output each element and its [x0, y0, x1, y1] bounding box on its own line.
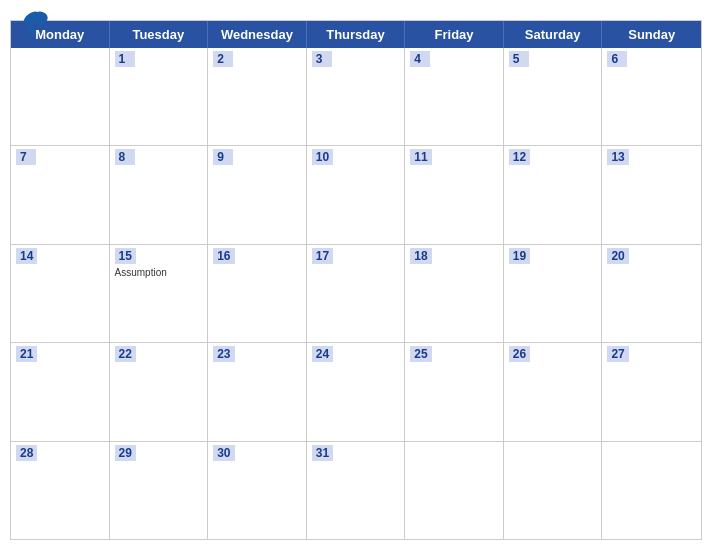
day-cell: 15Assumption	[110, 245, 209, 342]
day-cell: 16	[208, 245, 307, 342]
day-cell: 31	[307, 442, 406, 539]
day-cell: 22	[110, 343, 209, 440]
week-row-1: 123456	[11, 48, 701, 146]
day-number: 8	[115, 149, 135, 165]
day-cell: 11	[405, 146, 504, 243]
day-number: 6	[607, 51, 627, 67]
day-headers-row: MondayTuesdayWednesdayThursdayFridaySatu…	[11, 21, 701, 48]
day-header-friday: Friday	[405, 21, 504, 48]
day-header-saturday: Saturday	[504, 21, 603, 48]
day-cell: 9	[208, 146, 307, 243]
day-cell: 23	[208, 343, 307, 440]
day-number: 4	[410, 51, 430, 67]
day-cell	[11, 48, 110, 145]
day-number: 17	[312, 248, 333, 264]
day-header-tuesday: Tuesday	[110, 21, 209, 48]
week-row-4: 21222324252627	[11, 343, 701, 441]
day-cell: 30	[208, 442, 307, 539]
logo	[16, 8, 60, 40]
day-cell: 2	[208, 48, 307, 145]
day-cell: 12	[504, 146, 603, 243]
day-cell: 29	[110, 442, 209, 539]
calendar-weeks: 123456789101112131415Assumption161718192…	[11, 48, 701, 539]
day-cell	[602, 442, 701, 539]
day-cell: 28	[11, 442, 110, 539]
day-cell: 26	[504, 343, 603, 440]
day-number: 29	[115, 445, 136, 461]
day-cell: 25	[405, 343, 504, 440]
day-cell: 14	[11, 245, 110, 342]
day-cell	[504, 442, 603, 539]
day-cell	[405, 442, 504, 539]
day-number: 9	[213, 149, 233, 165]
day-header-thursday: Thursday	[307, 21, 406, 48]
calendar-header	[0, 0, 712, 16]
day-cell: 27	[602, 343, 701, 440]
day-cell: 10	[307, 146, 406, 243]
day-cell: 8	[110, 146, 209, 243]
day-number: 7	[16, 149, 36, 165]
day-cell: 20	[602, 245, 701, 342]
week-row-3: 1415Assumption1617181920	[11, 245, 701, 343]
day-number: 11	[410, 149, 431, 165]
day-number: 16	[213, 248, 234, 264]
day-cell: 19	[504, 245, 603, 342]
day-cell: 7	[11, 146, 110, 243]
day-number: 10	[312, 149, 333, 165]
day-number: 26	[509, 346, 530, 362]
day-cell: 3	[307, 48, 406, 145]
day-cell: 18	[405, 245, 504, 342]
day-cell: 17	[307, 245, 406, 342]
day-number: 19	[509, 248, 530, 264]
day-number: 25	[410, 346, 431, 362]
week-row-2: 78910111213	[11, 146, 701, 244]
day-number: 23	[213, 346, 234, 362]
day-number: 2	[213, 51, 233, 67]
day-number: 27	[607, 346, 628, 362]
day-cell: 21	[11, 343, 110, 440]
day-number: 21	[16, 346, 37, 362]
day-cell: 13	[602, 146, 701, 243]
day-number: 3	[312, 51, 332, 67]
day-number: 13	[607, 149, 628, 165]
day-cell: 24	[307, 343, 406, 440]
day-number: 30	[213, 445, 234, 461]
day-number: 18	[410, 248, 431, 264]
day-number: 31	[312, 445, 333, 461]
day-number: 5	[509, 51, 529, 67]
week-row-5: 28293031	[11, 442, 701, 539]
day-header-sunday: Sunday	[602, 21, 701, 48]
day-number: 1	[115, 51, 135, 67]
day-cell: 1	[110, 48, 209, 145]
day-cell: 4	[405, 48, 504, 145]
day-number: 28	[16, 445, 37, 461]
day-number: 24	[312, 346, 333, 362]
day-number: 14	[16, 248, 37, 264]
logo-icon	[16, 8, 60, 44]
calendar-grid: MondayTuesdayWednesdayThursdayFridaySatu…	[10, 20, 702, 540]
day-number: 20	[607, 248, 628, 264]
day-header-wednesday: Wednesday	[208, 21, 307, 48]
day-number: 12	[509, 149, 530, 165]
day-cell: 5	[504, 48, 603, 145]
day-number: 15	[115, 248, 136, 264]
day-cell: 6	[602, 48, 701, 145]
day-number: 22	[115, 346, 136, 362]
holiday-label: Assumption	[115, 267, 203, 278]
